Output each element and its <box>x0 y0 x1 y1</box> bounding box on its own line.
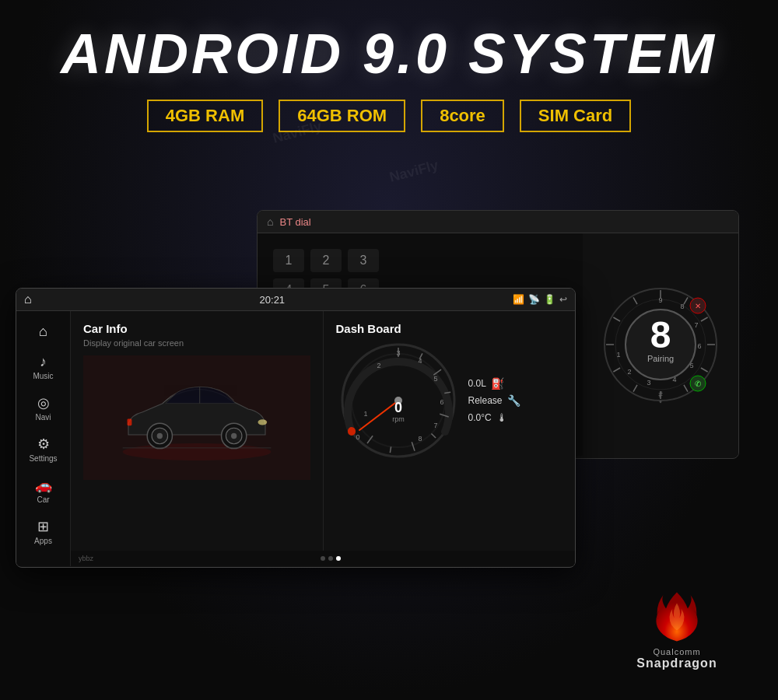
apps-icon: ⊞ <box>37 518 49 535</box>
screen-bottom: ybbz <box>71 551 575 566</box>
dash-stats: 0.0L ⛽ Release 🔧 0.0°C 🌡 <box>468 377 520 424</box>
qualcomm-badge: Qualcomm Snapdragon <box>615 591 739 669</box>
svg-point-38 <box>258 419 267 425</box>
svg-text:*: * <box>659 399 662 407</box>
svg-text:6: 6 <box>440 398 443 406</box>
svg-line-49 <box>412 442 415 450</box>
svg-line-4 <box>701 317 708 321</box>
fuel-value: 0.0L <box>468 378 486 389</box>
back-home-icon: ⌂ <box>267 215 273 228</box>
spec-sim: SIM Card <box>520 100 631 132</box>
screens-container: ⌂ BT dial 1 2 3 4 5 6 7 8 9 * 0 <box>16 210 762 684</box>
svg-text:✆: ✆ <box>695 380 701 388</box>
front-screen-header: ⌂ 20:21 📶 📡 🔋 ↩ <box>16 289 575 311</box>
svg-text:3: 3 <box>647 379 650 387</box>
svg-line-6 <box>701 368 708 372</box>
temp-icon: 🌡 <box>496 411 507 424</box>
svg-line-9 <box>633 385 637 392</box>
svg-text:7: 7 <box>433 422 437 429</box>
back-icon[interactable]: ↩ <box>559 294 567 305</box>
car-info-subtitle: Display original car screen <box>83 338 310 348</box>
release-icon: 🔧 <box>507 394 520 407</box>
svg-line-13 <box>633 297 637 304</box>
sidebar-car[interactable]: 🚗 Car <box>16 471 70 510</box>
signal-icon: 📡 <box>528 294 540 305</box>
dial-right: 9 8 7 6 5 4 3 2 1 ✕ <box>583 233 738 456</box>
svg-text:✕: ✕ <box>695 302 701 310</box>
svg-line-10 <box>613 368 620 372</box>
car-label: Car <box>37 495 49 504</box>
svg-point-34 <box>156 433 162 439</box>
svg-text:5: 5 <box>433 375 437 383</box>
svg-text:1: 1 <box>363 410 367 418</box>
header-left: ⌂ <box>24 292 32 306</box>
speedo-number: 8 Pairing <box>647 317 674 363</box>
dot-3 <box>336 556 341 561</box>
screen-time: 20:21 <box>260 294 286 306</box>
svg-text:#: # <box>658 390 663 399</box>
music-icon: ♪ <box>40 354 47 370</box>
temp-stat: 0.0°C 🌡 <box>468 411 520 424</box>
main-content: Car Info Display original car screen <box>71 311 575 566</box>
sidebar-music[interactable]: ♪ Music <box>16 348 70 387</box>
release-label: Release <box>468 395 503 406</box>
snapdragon-text: Snapdragon <box>636 656 717 670</box>
pairing-number: 8 <box>647 317 674 354</box>
rpm-gauge: 0 1 2 3 4 5 6 7 8 <box>336 338 461 463</box>
spec-rom: 64GB ROM <box>279 100 405 132</box>
bt-label: BT dial <box>279 216 310 228</box>
release-stat: Release 🔧 <box>468 394 520 407</box>
svg-point-30 <box>122 443 271 460</box>
svg-text:0: 0 <box>356 433 359 441</box>
wifi-icon: 📶 <box>513 294 524 305</box>
screen-body: ⌂ ♪ Music ◎ Navi ⚙ Settings 🚗 Car <box>16 311 575 566</box>
back-screen-header: ⌂ BT dial <box>258 211 738 233</box>
content-panels: Car Info Display original car screen <box>71 311 575 551</box>
page-dots <box>321 556 341 561</box>
svg-line-7 <box>684 385 688 392</box>
snapdragon-logo: Qualcomm Snapdragon <box>636 590 717 670</box>
svg-text:2: 2 <box>627 368 631 376</box>
sidebar-settings[interactable]: ⚙ Settings <box>16 429 70 469</box>
navi-label: Navi <box>35 413 51 422</box>
pairing-label: Pairing <box>647 354 674 363</box>
settings-label: Settings <box>29 454 57 463</box>
screen-front: ⌂ 20:21 📶 📡 🔋 ↩ ⌂ ♪ Music ◎ <box>16 288 576 568</box>
svg-text:1: 1 <box>616 351 620 359</box>
svg-rect-39 <box>127 418 131 425</box>
navi-icon: ◎ <box>37 394 50 411</box>
svg-line-50 <box>390 446 391 453</box>
fuel-icon: ⛽ <box>491 377 504 390</box>
svg-text:rpm: rpm <box>392 415 405 423</box>
car-image <box>83 355 310 480</box>
status-icons: 📶 📡 🔋 ↩ <box>513 294 567 305</box>
svg-text:9: 9 <box>658 296 662 304</box>
sidebar-home[interactable]: ⌂ <box>16 317 70 346</box>
svg-text:4: 4 <box>418 357 422 365</box>
dashboard-area: 0 1 2 3 4 5 6 7 8 <box>336 338 563 463</box>
battery-icon: 🔋 <box>544 294 555 305</box>
dashboard-panel: Dash Board <box>324 311 576 551</box>
sidebar: ⌂ ♪ Music ◎ Navi ⚙ Settings 🚗 Car <box>16 311 71 566</box>
car-icon: 🚗 <box>35 477 52 494</box>
svg-text:8: 8 <box>418 435 422 443</box>
svg-text:0: 0 <box>394 400 401 415</box>
car-info-title: Car Info <box>83 322 310 335</box>
svg-text:6: 6 <box>697 342 701 350</box>
front-home-icon[interactable]: ⌂ <box>24 292 32 306</box>
qualcomm-text: Qualcomm <box>636 647 717 656</box>
specs-row: 4GB RAM 64GB ROM 8core SIM Card <box>0 100 778 132</box>
spec-core: 8core <box>421 100 504 132</box>
music-label: Music <box>33 372 53 380</box>
temp-value: 0.0°C <box>468 412 492 423</box>
dot-1 <box>321 556 325 561</box>
dashboard-title: Dash Board <box>336 322 563 335</box>
sidebar-navi[interactable]: ◎ Navi <box>16 388 70 428</box>
sidebar-apps[interactable]: ⊞ Apps <box>16 512 70 551</box>
svg-text:3: 3 <box>396 349 400 357</box>
apps-label: Apps <box>34 537 52 545</box>
svg-text:2: 2 <box>377 362 380 369</box>
svg-line-48 <box>431 433 436 438</box>
svg-line-3 <box>684 297 688 304</box>
fuel-stat: 0.0L ⛽ <box>468 377 520 390</box>
